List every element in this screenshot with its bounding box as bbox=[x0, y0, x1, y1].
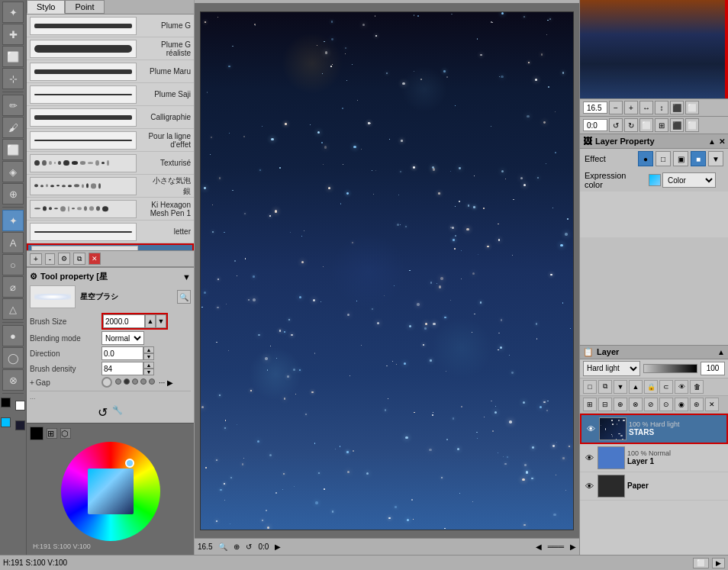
brush-item-3[interactable]: Plume Saji bbox=[27, 83, 194, 106]
effect-circle[interactable]: ● bbox=[638, 151, 653, 166]
nav-extra1[interactable]: ⬛ bbox=[670, 101, 684, 114]
tool-eraser[interactable]: ⬜ bbox=[2, 139, 24, 160]
tool-eyedropper[interactable]: ⊕ bbox=[2, 183, 24, 204]
brush-settings-icon[interactable]: ⚙ bbox=[58, 253, 70, 265]
flip-v[interactable]: ↕ bbox=[655, 101, 668, 114]
tool-zoom[interactable]: ⬜ bbox=[2, 46, 24, 67]
brush-size-up[interactable]: ▲ bbox=[145, 314, 156, 328]
grid[interactable]: ⊞ bbox=[655, 118, 668, 132]
direction-input[interactable]: 0.0 bbox=[101, 346, 143, 360]
tool-move[interactable]: ✚ bbox=[2, 24, 24, 45]
color-wheel-svg[interactable] bbox=[61, 442, 160, 541]
layer-icon-8[interactable]: ⊛ bbox=[690, 398, 704, 411]
brush-settings-btn[interactable]: 🔍 bbox=[177, 290, 191, 304]
sub-background-color[interactable] bbox=[15, 420, 25, 430]
coords-value[interactable] bbox=[583, 119, 607, 131]
layer-clipping[interactable]: ⊂ bbox=[659, 380, 673, 394]
density-up[interactable]: ▲ bbox=[143, 362, 154, 369]
layer-item-1[interactable]: 👁100 % NormalLayer 1 bbox=[580, 444, 728, 472]
layer-icon-2[interactable]: ⊟ bbox=[598, 398, 612, 411]
tool-selection[interactable]: ⊹ bbox=[2, 68, 24, 89]
layer-move-up[interactable]: ▲ bbox=[629, 380, 643, 394]
effect-border[interactable]: □ bbox=[656, 151, 671, 166]
gap-dot-4[interactable] bbox=[140, 378, 147, 385]
sub-foreground-color[interactable] bbox=[1, 417, 11, 427]
layer-icon-7[interactable]: ◉ bbox=[675, 398, 688, 411]
brush-delete-icon[interactable]: ✕ bbox=[89, 253, 101, 265]
layer-icon-5[interactable]: ⊘ bbox=[644, 398, 658, 411]
layer-lock[interactable]: 🔒 bbox=[644, 380, 658, 394]
brush-item-5[interactable]: Pour la ligne d'effet bbox=[27, 129, 194, 152]
tool-extra2[interactable]: ◯ bbox=[2, 347, 24, 369]
brush-size-input[interactable]: 2000.0 bbox=[103, 314, 145, 328]
brush-item-7[interactable]: 小さな気泡 銀 bbox=[27, 175, 194, 198]
color-selector-dot[interactable] bbox=[126, 459, 134, 467]
zoom-icon[interactable]: 🔍 bbox=[218, 543, 227, 551]
remove-brush-button[interactable]: - bbox=[45, 253, 55, 265]
tool-text[interactable]: A bbox=[2, 232, 24, 253]
layer-icon-9[interactable]: ✕ bbox=[705, 398, 719, 411]
layer-move-down[interactable]: ▼ bbox=[614, 380, 627, 394]
blend-mode-select[interactable]: Hard light Normal Multiply Screen bbox=[583, 361, 640, 376]
background-color[interactable] bbox=[15, 401, 25, 411]
layer-icon-1[interactable]: ⊞ bbox=[583, 398, 597, 411]
rotate-icon[interactable]: ↺ bbox=[246, 543, 252, 551]
tool-fill[interactable]: ◈ bbox=[2, 161, 24, 182]
layer-new[interactable]: □ bbox=[583, 380, 597, 394]
wrench-icon[interactable]: 🔧 bbox=[112, 405, 123, 420]
zoom-minus[interactable]: − bbox=[609, 101, 623, 114]
blending-mode-select[interactable]: Normal Multiply Screen bbox=[101, 331, 144, 345]
effect-dropdown-btn[interactable]: ▼ bbox=[708, 151, 723, 166]
layer-property-close[interactable]: ✕ bbox=[719, 137, 725, 146]
canvas-wrapper[interactable] bbox=[195, 3, 579, 538]
tool-lasso[interactable]: ⌀ bbox=[2, 276, 24, 298]
layer-eye-2[interactable]: 👁 bbox=[583, 480, 595, 492]
tab-stylo[interactable]: Stylo bbox=[27, 0, 65, 14]
brush-copy-icon[interactable]: ⧉ bbox=[73, 253, 85, 265]
brush-item-2[interactable]: Plume Maru bbox=[27, 60, 194, 83]
tool-active[interactable]: ✦ bbox=[2, 210, 24, 231]
brush-size-down[interactable]: ▼ bbox=[156, 314, 166, 328]
layer-icon-6[interactable]: ⊙ bbox=[659, 398, 673, 411]
gap-dot-2[interactable] bbox=[124, 378, 130, 385]
gap-dot-3[interactable] bbox=[132, 378, 138, 385]
play-icon[interactable]: ▶ bbox=[275, 543, 281, 551]
brush-item-10[interactable]: 星空ブラシ bbox=[27, 243, 194, 250]
scroll-right[interactable]: ▶ bbox=[570, 543, 576, 551]
effect-shadow[interactable]: ▣ bbox=[673, 151, 688, 166]
canvas-image[interactable] bbox=[200, 11, 574, 530]
fg-color-swatch[interactable] bbox=[30, 427, 43, 440]
gap-dot-5[interactable] bbox=[149, 378, 155, 385]
add-brush-button[interactable]: + bbox=[30, 253, 42, 265]
tab-point[interactable]: Point bbox=[65, 0, 104, 14]
frame-btn[interactable]: ⬜ bbox=[693, 558, 709, 568]
layer-item-2[interactable]: 👁Paper bbox=[580, 472, 728, 501]
tool-extra1[interactable]: ● bbox=[2, 325, 24, 346]
layer-eye-1[interactable]: 👁 bbox=[583, 452, 595, 464]
flip-h[interactable]: ↔ bbox=[639, 101, 653, 114]
scroll-handle[interactable]: ═══ bbox=[548, 543, 564, 551]
tool-extra3[interactable]: ⊗ bbox=[2, 369, 24, 391]
fit-icon[interactable]: ⊕ bbox=[234, 543, 240, 551]
mirror[interactable]: ⬜ bbox=[639, 118, 653, 132]
rotate-cw[interactable]: ↻ bbox=[624, 118, 638, 132]
color-palette-icon[interactable]: ⬡ bbox=[60, 428, 71, 439]
brush-density-input[interactable]: 84 bbox=[101, 362, 143, 375]
brush-item-6[interactable]: Texturisé bbox=[27, 152, 194, 175]
effect-color[interactable]: ■ bbox=[691, 151, 706, 166]
foreground-color[interactable] bbox=[1, 398, 11, 407]
tool-transform[interactable]: △ bbox=[2, 298, 24, 320]
brush-item-0[interactable]: Plume G bbox=[27, 14, 194, 37]
layer-property-menu[interactable]: ▲ bbox=[708, 137, 716, 146]
play-btn[interactable]: ▶ bbox=[712, 558, 725, 568]
layer-delete[interactable]: 🗑 bbox=[690, 380, 704, 394]
direction-down[interactable]: ▼ bbox=[143, 353, 154, 360]
layer-visible[interactable]: 👁 bbox=[675, 380, 688, 394]
tool-property-expand-icon[interactable]: ▼ bbox=[182, 272, 191, 282]
extra4[interactable]: ⬜ bbox=[685, 118, 699, 132]
brush-item-9[interactable]: letter bbox=[27, 221, 194, 243]
expression-color-select[interactable]: Color Gray Monochrome bbox=[662, 172, 716, 188]
tool-shape[interactable]: ○ bbox=[2, 254, 24, 275]
reset-icon[interactable]: ↺ bbox=[98, 405, 108, 420]
brush-item-4[interactable]: Calligraphie bbox=[27, 106, 194, 129]
